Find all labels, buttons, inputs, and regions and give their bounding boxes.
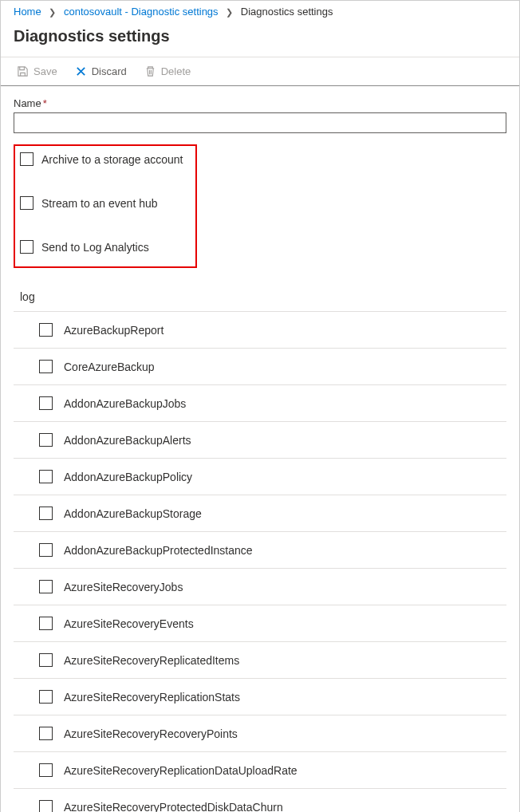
log-label: AzureSiteRecoveryEvents — [64, 617, 194, 630]
log-label: AddonAzureBackupPolicy — [64, 471, 192, 483]
checkbox[interactable] — [39, 763, 53, 777]
checkbox[interactable] — [39, 617, 53, 630]
destination-label: Stream to an event hub — [41, 197, 158, 210]
checkbox[interactable] — [39, 470, 53, 483]
log-label: AzureSiteRecoveryReplicationDataUploadRa… — [64, 764, 297, 777]
name-input[interactable] — [14, 112, 506, 133]
log-list: AzureBackupReportCoreAzureBackupAddonAzu… — [14, 311, 506, 812]
log-row[interactable]: AzureSiteRecoveryReplicationStats — [14, 679, 506, 715]
close-icon — [75, 65, 87, 77]
save-button[interactable]: Save — [14, 64, 61, 79]
destination-option[interactable]: Send to Log Analytics — [20, 232, 191, 262]
save-label: Save — [33, 65, 57, 77]
log-row[interactable]: AddonAzureBackupJobs — [14, 385, 506, 422]
toolbar: Save Discard Delete — [1, 57, 519, 86]
destinations-highlight-box: Archive to a storage accountStream to an… — [14, 144, 197, 268]
checkbox[interactable] — [39, 800, 53, 812]
breadcrumb: Home ❯ contosovault - Diagnostic setting… — [1, 1, 519, 22]
log-row[interactable]: AzureSiteRecoveryReplicationDataUploadRa… — [14, 752, 506, 789]
log-label: AzureSiteRecoveryProtectedDiskDataChurn — [64, 801, 283, 813]
checkbox[interactable] — [20, 240, 33, 254]
chevron-right-icon: ❯ — [49, 7, 56, 17]
checkbox[interactable] — [39, 727, 53, 740]
required-indicator: * — [43, 97, 47, 109]
log-label: AddonAzureBackupProtectedInstance — [64, 544, 253, 557]
checkbox[interactable] — [39, 323, 53, 337]
log-label: AddonAzureBackupStorage — [64, 507, 202, 520]
log-row[interactable]: AzureSiteRecoveryProtectedDiskDataChurn — [14, 789, 506, 812]
name-label: Name* — [14, 97, 506, 109]
checkbox[interactable] — [39, 396, 53, 410]
checkbox[interactable] — [39, 507, 53, 520]
log-label: AddonAzureBackupJobs — [64, 397, 186, 410]
form-area: Name* Archive to a storage accountStream… — [1, 86, 519, 812]
destination-option[interactable]: Archive to a storage account — [20, 152, 191, 174]
log-row[interactable]: AddonAzureBackupAlerts — [14, 422, 506, 459]
log-row[interactable]: AzureBackupReport — [14, 311, 506, 349]
checkbox[interactable] — [39, 653, 53, 667]
log-label: AzureSiteRecoveryReplicatedItems — [64, 654, 239, 667]
breadcrumb-home[interactable]: Home — [14, 6, 41, 18]
checkbox[interactable] — [39, 580, 53, 593]
delete-label: Delete — [161, 65, 191, 77]
log-row[interactable]: AzureSiteRecoveryRecoveryPoints — [14, 715, 506, 752]
discard-button[interactable]: Discard — [72, 64, 130, 79]
log-row[interactable]: CoreAzureBackup — [14, 349, 506, 385]
log-row[interactable]: AddonAzureBackupStorage — [14, 495, 506, 532]
log-row[interactable]: AzureSiteRecoveryJobs — [14, 569, 506, 605]
log-row[interactable]: AzureSiteRecoveryReplicatedItems — [14, 642, 506, 679]
log-label: CoreAzureBackup — [64, 361, 155, 373]
save-icon — [17, 65, 29, 77]
checkbox[interactable] — [39, 360, 53, 373]
destination-option[interactable]: Stream to an event hub — [20, 188, 191, 218]
log-label: AddonAzureBackupAlerts — [64, 434, 191, 447]
checkbox[interactable] — [20, 196, 33, 210]
checkbox[interactable] — [39, 433, 53, 447]
page-title: Diagnostics settings — [1, 22, 519, 57]
log-row[interactable]: AddonAzureBackupPolicy — [14, 459, 506, 495]
breadcrumb-current: Diagnostics settings — [241, 6, 333, 18]
delete-button[interactable]: Delete — [141, 64, 195, 79]
log-label: AzureSiteRecoveryReplicationStats — [64, 691, 240, 704]
log-label: AzureSiteRecoveryRecoveryPoints — [64, 727, 238, 740]
checkbox[interactable] — [20, 152, 33, 166]
checkbox[interactable] — [39, 543, 53, 557]
chevron-right-icon: ❯ — [226, 7, 233, 17]
log-section-label: log — [20, 290, 506, 303]
log-label: AzureSiteRecoveryJobs — [64, 581, 183, 593]
checkbox[interactable] — [39, 690, 53, 704]
log-row[interactable]: AddonAzureBackupProtectedInstance — [14, 532, 506, 569]
trash-icon — [144, 65, 156, 77]
log-row[interactable]: AzureSiteRecoveryEvents — [14, 605, 506, 642]
destination-label: Archive to a storage account — [41, 153, 183, 166]
destination-label: Send to Log Analytics — [41, 241, 149, 254]
log-label: AzureBackupReport — [64, 324, 163, 337]
breadcrumb-vault[interactable]: contosovault - Diagnostic settings — [64, 6, 219, 18]
discard-label: Discard — [92, 65, 127, 77]
